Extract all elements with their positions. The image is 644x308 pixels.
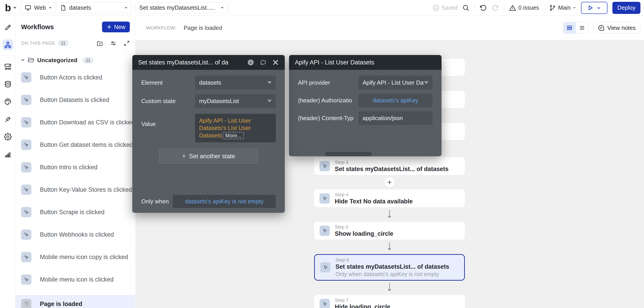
cursor-click-icon	[23, 254, 29, 260]
arrow-down-icon	[387, 282, 392, 293]
only-when-expression: datasets's apiKey is not empty	[185, 198, 264, 205]
workflow-list-item[interactable]: Button Webhooks is clicked	[21, 228, 132, 241]
section-count-badge: 11	[58, 40, 68, 47]
branch-dropdown[interactable]: Main	[549, 4, 576, 11]
workflow-list-item[interactable]: Button Actors is clicked	[21, 71, 132, 84]
cursor-click-icon	[23, 97, 29, 103]
note-bubble-icon	[598, 25, 604, 31]
dialog-header[interactable]: Apify API - List User Datasets	[289, 55, 442, 70]
search-icon[interactable]	[462, 4, 470, 12]
nav-backend-icon[interactable]	[2, 61, 13, 72]
content-type-field[interactable]: application/json	[358, 111, 432, 125]
cursor-click-icon	[23, 187, 29, 193]
value-expression-field[interactable]: Apify API - List User Datasets's List Us…	[195, 114, 276, 142]
platform-dropdown[interactable]: Web	[21, 3, 56, 13]
nav-design-pencil-icon[interactable]	[2, 22, 13, 33]
nav-workflow-icon[interactable]	[2, 40, 13, 50]
card-view-toggle[interactable]	[563, 22, 576, 34]
workflow-item-icon-box	[21, 162, 32, 172]
workflow-list-item[interactable]: Button Scrape is clicked	[21, 205, 132, 219]
info-icon[interactable]	[247, 59, 254, 66]
arrow-down-icon	[387, 209, 392, 220]
chevron-down-icon	[49, 7, 51, 8]
workflow-list-item[interactable]: Button Get dataset items is clicked	[21, 138, 132, 152]
auth-header-field[interactable]: datasets's apiKey	[358, 93, 432, 107]
workflow-list-item[interactable]: Button Intro is clicked	[21, 160, 132, 174]
list-view-icon	[579, 25, 585, 31]
folder-uncategorized[interactable]: Uncategorized 11	[21, 57, 132, 64]
workflow-title: Page is loaded	[184, 25, 222, 32]
set-another-state-label: Set another state	[189, 153, 235, 160]
step-card[interactable]: Step 5 Show loading_circle	[314, 222, 465, 240]
step-card[interactable]: Step 6 Set states myDatasetsList... of d…	[314, 254, 465, 281]
dialog-header[interactable]: Set states myDatasetsList... of da	[132, 55, 285, 70]
custom-state-value: myDatasetsList	[199, 98, 239, 105]
dialog-header-icons	[247, 59, 279, 66]
platform-label: Web	[34, 4, 46, 11]
comment-bubble-icon[interactable]	[260, 59, 267, 66]
section-actions	[97, 40, 130, 47]
workflow-item-icon-box	[21, 274, 32, 285]
custom-state-dropdown[interactable]: myDatasetsList	[195, 94, 276, 108]
more-chip[interactable]: More...	[223, 132, 244, 139]
workflow-list-item[interactable]: Page is loaded	[16, 295, 135, 308]
action-cursor-icon	[320, 262, 330, 272]
filter-sliders-icon[interactable]	[110, 40, 116, 47]
add-step-button[interactable]	[384, 177, 395, 187]
close-button[interactable]: Close	[326, 152, 372, 156]
api-provider-dropdown[interactable]: Apify API - List User Dat...	[358, 76, 432, 90]
list-view-toggle[interactable]	[576, 22, 588, 34]
nav-plugins-icon[interactable]	[2, 114, 13, 125]
preview-button[interactable]	[581, 2, 608, 14]
toolbar-right: Saved 0 issues Main	[432, 2, 640, 14]
delete-button[interactable]: Delete	[387, 156, 405, 156]
undo-icon[interactable]	[480, 4, 487, 12]
element-value: datasets	[199, 79, 221, 86]
dropdown-triangle-icon	[424, 81, 428, 84]
nav-settings-gear-icon[interactable]	[2, 131, 13, 142]
step-texts: Step 4 Hide Text No data available	[335, 192, 413, 205]
app-menu[interactable]: b	[5, 3, 16, 13]
step-card[interactable]: Step 4 Hide Text No data available	[314, 189, 465, 207]
card-view-icon	[566, 25, 573, 31]
set-another-state-button[interactable]: +Set another state	[159, 149, 258, 163]
issues-button[interactable]: 0 issues	[509, 4, 539, 12]
workflow-item-icon-box	[21, 229, 32, 240]
workflow-list-item[interactable]: Button Datasets is clicked	[21, 93, 132, 107]
close-icon[interactable]	[272, 59, 279, 66]
redo-icon[interactable]	[492, 4, 499, 12]
workflow-item-label: Button Webhooks is clicked	[40, 231, 114, 238]
workflow-list-item[interactable]: Button Key-Value Stores is clicked	[21, 183, 132, 197]
element-dropdown[interactable]: datasets	[195, 76, 276, 90]
workflow-list-item[interactable]: Button Download as CSV is clicked	[21, 115, 132, 129]
deploy-button[interactable]: Deploy	[612, 2, 640, 14]
expand-icon[interactable]	[124, 40, 130, 47]
workflow-selector-dropdown[interactable]: Set states myDatasetsList.....	[135, 3, 228, 13]
new-workflow-button[interactable]: New	[102, 22, 130, 32]
element-row: Element datasets	[141, 76, 276, 90]
folder-count-badge: 11	[83, 57, 93, 64]
nav-styles-palette-icon[interactable]	[2, 96, 13, 107]
cursor-click-icon	[23, 209, 29, 215]
step-number-label: Step 5	[335, 224, 393, 230]
dialog-body: API provider Apify API - List User Dat..…	[289, 70, 442, 156]
new-workflow-label: New	[114, 24, 125, 30]
plus-icon	[106, 24, 112, 30]
workflow-list-item[interactable]: Mobile menu icon copy is clicked	[21, 250, 132, 264]
step-texts: Step 5 Show loading_circle	[335, 224, 393, 237]
nav-logs-chart-icon[interactable]	[2, 149, 13, 160]
only-when-field[interactable]: datasets's apiKey is not empty	[173, 195, 276, 208]
cursor-click-icon	[23, 276, 29, 283]
view-notes-button[interactable]: View notes	[593, 22, 640, 34]
workflow-item-label: Page is loaded	[40, 300, 82, 307]
nav-database-icon[interactable]	[2, 79, 13, 90]
page-dropdown[interactable]: datasets	[56, 3, 132, 13]
chevron-down-icon	[13, 7, 16, 9]
step-card[interactable]: Step 3 Set states myDatasetsList... of d…	[314, 157, 465, 175]
workflow-list-item[interactable]: Mobile menu icon is clicked	[21, 272, 132, 286]
dialog-divider	[289, 149, 442, 149]
step-card[interactable]: Step 7 Hide loading_circle	[314, 295, 465, 308]
folder-plus-icon[interactable]	[97, 40, 103, 47]
step-title: Hide Text No data available	[335, 198, 413, 205]
workflow-item-label: Mobile menu icon copy is clicked	[40, 254, 128, 261]
